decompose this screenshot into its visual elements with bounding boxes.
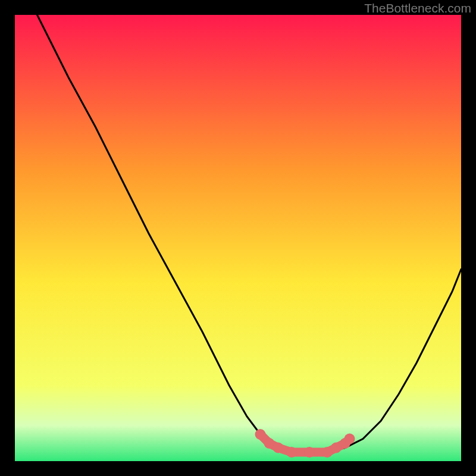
marker-dot	[304, 447, 315, 458]
marker-dot	[255, 429, 266, 440]
marker-dot	[345, 434, 355, 444]
marker-dot	[286, 447, 297, 458]
plot-area	[15, 15, 461, 461]
chart-frame: TheBottleneck.com	[0, 0, 476, 476]
marker-dot	[273, 443, 284, 453]
chart-svg	[15, 15, 461, 461]
watermark-text: TheBottleneck.com	[364, 1, 471, 15]
gradient-background	[15, 15, 461, 461]
